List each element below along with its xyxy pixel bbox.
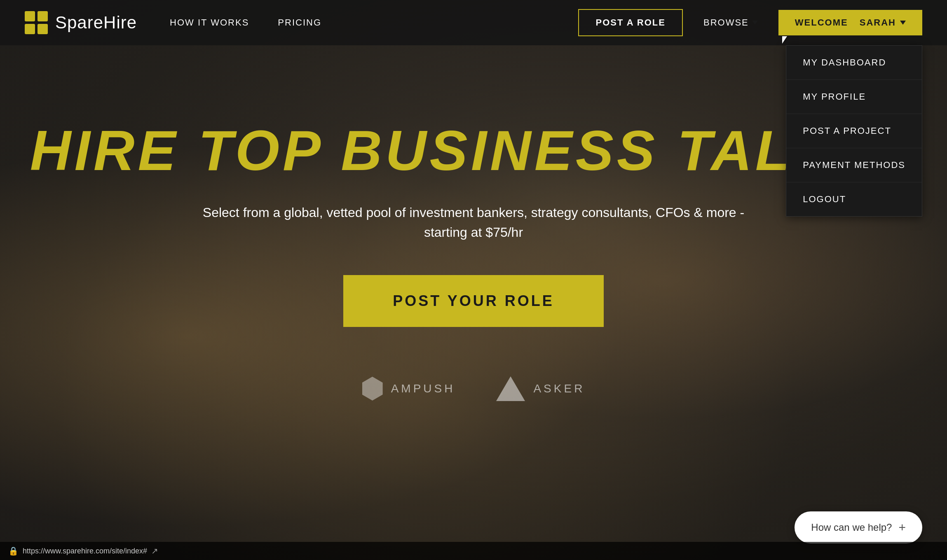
chat-label: How can we help?: [811, 522, 892, 533]
navbar: SpareHire HOW IT WORKS PRICING POST A RO…: [0, 0, 947, 45]
hero-title: HIRE TOP BUSINESS TALENT: [30, 119, 917, 182]
post-role-button[interactable]: POST A ROLE: [578, 9, 683, 36]
status-external-icon: ↗: [151, 546, 158, 556]
dropdown-my-dashboard[interactable]: MY DASHBOARD: [786, 46, 922, 80]
hero-cta-button[interactable]: POST YOUR ROLE: [343, 275, 603, 327]
status-url: https://www.sparehire.com/site/index#: [23, 547, 147, 555]
logo-sq-1: [25, 11, 35, 21]
ampush-label: AMPUSH: [391, 382, 455, 395]
dropdown-payment-methods[interactable]: PAYMENT METHODS: [786, 148, 922, 182]
welcome-user-button[interactable]: Welcome SARAH: [778, 10, 922, 35]
nav-how-it-works[interactable]: HOW IT WORKS: [170, 17, 249, 28]
brand-name: SpareHire: [55, 13, 137, 33]
logo-sq-4: [38, 24, 48, 34]
user-dropdown-menu: MY DASHBOARD MY PROFILE POST A PROJECT P…: [786, 45, 922, 217]
brands-area: AMPUSH ASKER: [0, 376, 947, 401]
asker-label: ASKER: [533, 382, 585, 395]
ampush-hex-icon: [362, 377, 383, 401]
brand-ampush: AMPUSH: [362, 377, 455, 401]
logo-sq-2: [38, 11, 48, 21]
nav-pricing[interactable]: PRICING: [278, 17, 321, 28]
dropdown-logout[interactable]: LOGOUT: [786, 182, 922, 216]
nav-right: POST A ROLE BROWSE Welcome SARAH: [578, 9, 922, 36]
browse-button[interactable]: BROWSE: [691, 10, 770, 35]
logo-area[interactable]: SpareHire: [25, 11, 137, 34]
chat-widget[interactable]: How can we help? +: [795, 511, 922, 544]
asker-triangle-icon: [496, 376, 525, 401]
hero-subtitle: Select from a global, vetted pool of inv…: [185, 203, 762, 242]
dropdown-post-project[interactable]: POST A PROJECT: [786, 114, 922, 148]
user-menu-chevron-icon: [900, 21, 906, 25]
user-name: SARAH: [860, 17, 896, 28]
nav-links: HOW IT WORKS PRICING: [170, 17, 578, 28]
logo-icon: [25, 11, 48, 34]
browse-chevron-icon: [752, 21, 758, 25]
logo-sq-3: [25, 24, 35, 34]
welcome-text: Welcome: [795, 17, 848, 28]
brand-asker: ASKER: [496, 376, 585, 401]
browse-label: BROWSE: [703, 17, 749, 28]
chat-plus-icon: +: [898, 520, 906, 534]
dropdown-my-profile[interactable]: MY PROFILE: [786, 80, 922, 114]
status-bar: 🔒 https://www.sparehire.com/site/index# …: [0, 542, 947, 560]
status-lock-icon: 🔒: [8, 546, 19, 556]
